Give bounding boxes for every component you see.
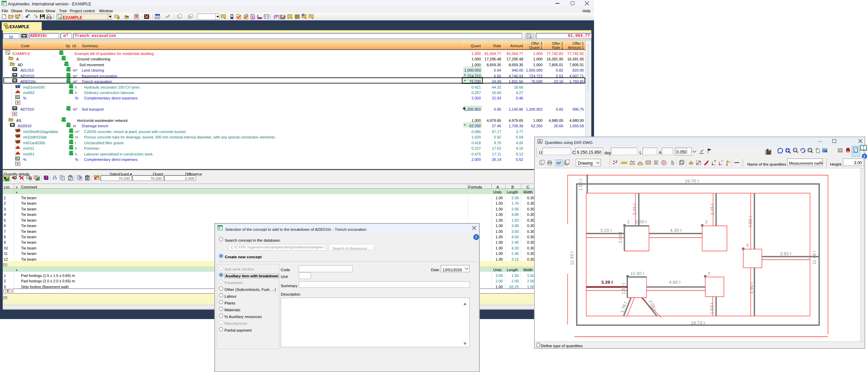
svg-text:3: 3 <box>616 160 617 163</box>
svg-text:1.50 I: 1.50 I <box>621 283 626 294</box>
svg-text:4.50 I: 4.50 I <box>748 216 753 228</box>
svg-text:2.00 I: 2.00 I <box>635 219 647 224</box>
svg-text:1.63 I: 1.63 I <box>709 303 714 314</box>
svg-text:11.43 I: 11.43 I <box>569 252 574 265</box>
svg-text:1.50 I: 1.50 I <box>578 179 583 191</box>
svg-text:3: 3 <box>746 243 749 248</box>
svg-text:11.40 I: 11.40 I <box>812 251 817 264</box>
svg-text:1: 1 <box>627 219 630 224</box>
svg-text:1.50 I: 1.50 I <box>633 271 644 276</box>
svg-text:19.70 I: 19.70 I <box>685 179 698 184</box>
svg-text:?: ? <box>475 235 477 240</box>
svg-text:4.30 I: 4.30 I <box>670 228 682 233</box>
svg-text:3.90 I: 3.90 I <box>749 282 754 294</box>
svg-text:3.39 I: 3.39 I <box>601 280 613 285</box>
svg-text:19.73 I: 19.73 I <box>691 320 705 326</box>
svg-text:2: 2 <box>794 149 796 152</box>
svg-text:2: 2 <box>708 271 710 276</box>
svg-text:3.92 I: 3.92 I <box>780 251 791 256</box>
svg-text:4.80 I: 4.80 I <box>669 280 680 285</box>
svg-text:2.45 I: 2.45 I <box>632 204 637 215</box>
svg-text:3.15 I: 3.15 I <box>600 228 612 233</box>
svg-text:?: ? <box>45 176 47 179</box>
svg-text:m²: m² <box>557 161 561 165</box>
svg-text:2.45 I: 2.45 I <box>710 204 715 215</box>
svg-text:{P}: {P} <box>274 14 279 19</box>
svg-text:2: 2 <box>705 219 708 224</box>
